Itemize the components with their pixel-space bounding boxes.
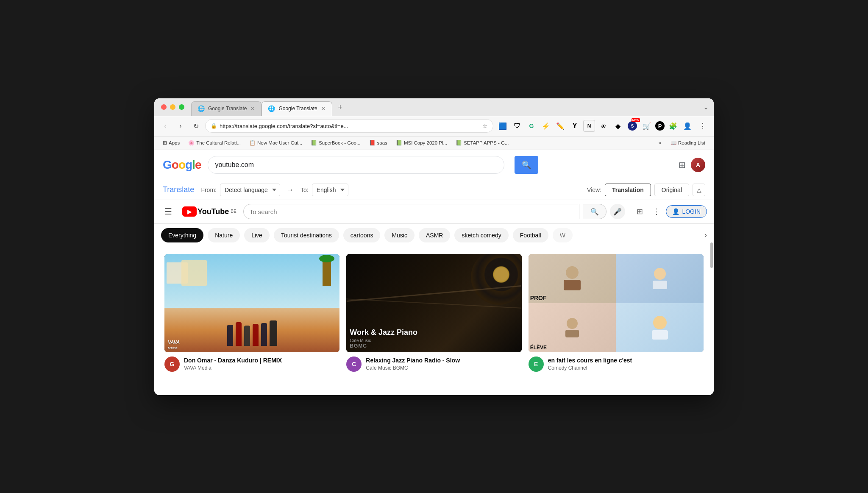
category-next-button[interactable]: ›	[704, 231, 707, 240]
category-live[interactable]: Live	[244, 228, 270, 242]
person-icon: 👤	[672, 208, 679, 215]
category-partial[interactable]: W	[553, 228, 573, 242]
category-asmr[interactable]: ASMR	[419, 228, 450, 242]
reading-list-button[interactable]: 📖 Reading List	[667, 139, 709, 147]
youtube-menu-button[interactable]: ☰	[161, 203, 175, 220]
google-apps-icon[interactable]: ⊞	[679, 160, 686, 170]
ext-icon-ae[interactable]: æ	[598, 120, 609, 132]
lock-icon: 🔒	[211, 123, 217, 129]
video-info-3: E en fait les cours en ligne c'est Comed…	[529, 352, 704, 376]
google-search-box[interactable]	[208, 156, 504, 174]
video-title-2: Relaxing Jazz Piano Radio - Slow	[366, 357, 521, 364]
youtube-search-button[interactable]: 🔍	[583, 204, 606, 219]
category-tourist[interactable]: Tourist destinations	[274, 228, 339, 242]
ext-icon-diamond[interactable]: ◆	[612, 120, 624, 132]
video-meta-1: VAVA Media	[184, 365, 339, 371]
forward-button[interactable]: ›	[175, 120, 186, 132]
bookmark-mac[interactable]: 📋 New Mac User Gui...	[246, 139, 306, 147]
video-card-2[interactable]: Work & Jazz Piano Cafe Music BGMC C Rela…	[343, 254, 525, 383]
tab-1-close[interactable]: ✕	[250, 105, 255, 112]
ext-icon-n[interactable]: N	[583, 120, 595, 132]
bookmark-cultural-label: The Cultural Relati...	[196, 140, 241, 145]
google-search-button[interactable]: 🔍	[515, 156, 538, 174]
video-thumbnail-2[interactable]: Work & Jazz Piano Cafe Music BGMC	[346, 254, 521, 352]
google-account-avatar[interactable]: A	[691, 158, 705, 172]
bookmark-msi[interactable]: 📗 MSI Copy 2020 Pl...	[392, 139, 451, 147]
google-search-input[interactable]	[215, 161, 497, 169]
ext-icon-person[interactable]: 👤	[682, 120, 693, 132]
translate-to-section: To: English	[300, 184, 348, 196]
view-original-button[interactable]: Original	[654, 184, 689, 196]
eleve-label: ÉLÈVE	[530, 345, 547, 351]
youtube-login-button[interactable]: 👤 LOGIN	[666, 205, 707, 218]
tab-1[interactable]: 🌐 Google Translate ✕	[191, 101, 262, 116]
video-thumbnail-1[interactable]: VAVAMedia	[164, 254, 339, 352]
bookmark-star-icon[interactable]: ☆	[482, 123, 488, 129]
bookmark-superbook[interactable]: 📗 SuperBook - Goo...	[307, 139, 364, 147]
minimize-button[interactable]	[170, 104, 175, 110]
bookmark-more-button[interactable]: »	[656, 139, 664, 147]
bookmark-setapp[interactable]: 📗 SETAPP APPS - G...	[452, 139, 512, 147]
youtube-search-input[interactable]	[244, 208, 579, 215]
youtube-logo[interactable]: ▶ YouTube BE	[182, 206, 236, 217]
ext-icon-new[interactable]: S NEW	[626, 120, 638, 132]
youtube-grid-icon[interactable]: ⊞	[632, 204, 647, 219]
ext-icon-p[interactable]: P	[655, 121, 665, 131]
cafe-music-label: Cafe Music	[350, 338, 417, 343]
youtube-more-icon[interactable]: ⋮	[649, 204, 664, 219]
collapse-translate-button[interactable]: △	[693, 184, 705, 196]
bookmark-cultural-icon: 🌸	[188, 140, 195, 146]
ext-icon-shield[interactable]: 🛡	[511, 120, 523, 132]
video-thumbnail-3[interactable]: PROF	[529, 254, 704, 353]
view-translation-button[interactable]: Translation	[605, 184, 651, 196]
translate-label: Translate	[163, 185, 194, 194]
category-sketch-comedy[interactable]: sketch comedy	[454, 228, 508, 242]
tab-1-favicon: 🌐	[198, 105, 205, 112]
google-logo-g2: g	[185, 158, 192, 171]
google-search-area: Google 🔍 ⊞ A	[154, 150, 714, 180]
category-football[interactable]: Football	[513, 228, 548, 242]
bookmark-apps[interactable]: ⊞ Apps	[159, 139, 183, 147]
category-cartoons[interactable]: cartoons	[343, 228, 381, 242]
address-url[interactable]: https://translate.google.com/translate?s…	[220, 123, 480, 129]
video-meta-3: Comedy Channel	[548, 365, 704, 371]
google-logo-g-blue: G	[163, 158, 172, 171]
video-card-1[interactable]: VAVAMedia G Don Omar - Danza Kuduro | RE…	[161, 254, 343, 383]
address-bar[interactable]: 🔒 https://translate.google.com/translate…	[205, 119, 493, 133]
translate-to-select[interactable]: English	[312, 184, 348, 196]
category-nature[interactable]: Nature	[208, 228, 240, 242]
bookmark-saas[interactable]: 📕 saas	[366, 139, 391, 147]
vava-logo-text: VAVAMedia	[168, 340, 180, 350]
ext-icon-4[interactable]: ⚡	[540, 120, 552, 132]
maximize-button[interactable]	[179, 104, 184, 110]
back-button[interactable]: ‹	[159, 120, 171, 132]
tab-2-close[interactable]: ✕	[321, 105, 326, 112]
ext-icon-pen[interactable]: ✏️	[554, 120, 566, 132]
new-tab-button[interactable]: +	[334, 101, 347, 114]
browser-menu-button[interactable]: ⋮	[697, 120, 709, 132]
ext-icon-grammarly[interactable]: G	[526, 120, 537, 132]
scrollbar-thumb[interactable]	[710, 242, 713, 268]
youtube-mic-button[interactable]: 🎤	[610, 204, 625, 219]
video-title-1: Don Omar - Danza Kuduro | REMIX	[184, 357, 339, 364]
video-title-3: en fait les cours en ligne c'est	[548, 357, 704, 364]
category-everything[interactable]: Everything	[161, 228, 203, 242]
youtube-search-box[interactable]	[243, 204, 580, 219]
google-logo-o-yellow: o	[178, 158, 185, 171]
bookmark-msi-icon: 📗	[396, 140, 402, 146]
video-card-3[interactable]: PROF	[525, 254, 707, 383]
bookmark-cultural[interactable]: 🌸 The Cultural Relati...	[185, 139, 244, 147]
ext-icon-1[interactable]: 🟦	[497, 120, 509, 132]
category-music[interactable]: Music	[384, 228, 415, 242]
tab-overflow-icon[interactable]: ⌄	[703, 103, 709, 111]
ext-icon-y[interactable]: Y	[569, 120, 581, 132]
translate-from-select[interactable]: Detect language	[220, 184, 280, 196]
video-info-2: C Relaxing Jazz Piano Radio - Slow Cafe …	[346, 352, 521, 376]
jazz-text: Work & Jazz Piano Cafe Music BGMC	[350, 329, 417, 349]
refresh-button[interactable]: ↻	[190, 120, 202, 132]
ext-icon-cart[interactable]: 🛒	[641, 120, 653, 132]
ext-icon-puzzle[interactable]: 🧩	[667, 120, 679, 132]
tab-2[interactable]: 🌐 Google Translate ✕	[262, 101, 332, 116]
close-button[interactable]	[161, 104, 167, 110]
video-details-1: Don Omar - Danza Kuduro | REMIX VAVA Med…	[184, 357, 339, 372]
